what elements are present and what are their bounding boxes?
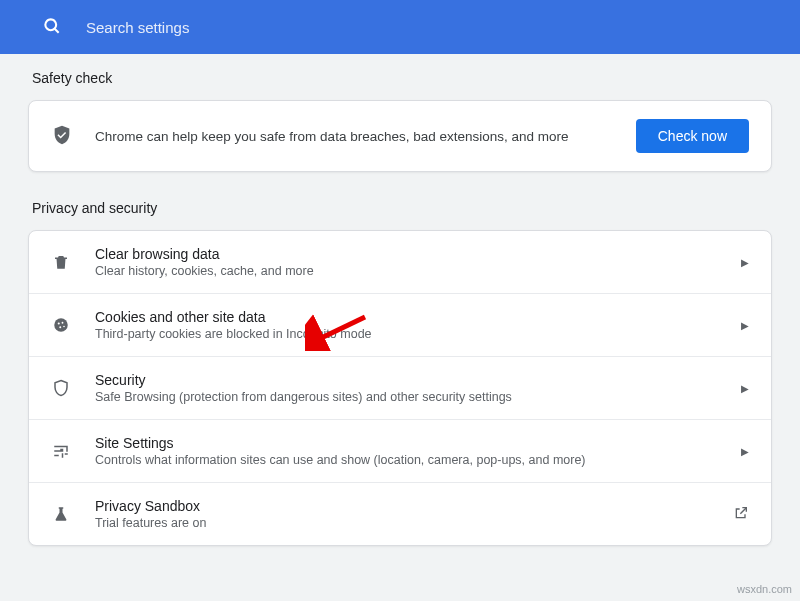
cookies-row[interactable]: Cookies and other site data Third-party … [29, 294, 771, 357]
flask-icon [51, 505, 71, 523]
open-external-icon [733, 505, 749, 523]
safety-check-card: Chrome can help keep you safe from data … [28, 100, 772, 172]
svg-point-2 [54, 318, 68, 332]
chevron-right-icon: ▶ [741, 383, 749, 394]
svg-point-5 [59, 326, 61, 328]
search-bar[interactable] [0, 0, 800, 54]
chevron-right-icon: ▶ [741, 257, 749, 268]
search-input[interactable] [86, 19, 780, 36]
svg-point-3 [58, 322, 60, 324]
safety-check-heading: Safety check [32, 70, 772, 86]
row-subtitle: Controls what information sites can use … [95, 453, 741, 467]
shield-check-icon [51, 124, 73, 149]
clear-browsing-data-row[interactable]: Clear browsing data Clear history, cooki… [29, 231, 771, 294]
svg-point-4 [62, 322, 64, 324]
svg-line-1 [55, 28, 59, 32]
tune-icon [51, 442, 71, 460]
svg-point-6 [63, 326, 65, 328]
row-title: Security [95, 372, 741, 388]
site-settings-row[interactable]: Site Settings Controls what information … [29, 420, 771, 483]
row-title: Privacy Sandbox [95, 498, 733, 514]
row-subtitle: Clear history, cookies, cache, and more [95, 264, 741, 278]
row-title: Site Settings [95, 435, 741, 451]
row-subtitle: Safe Browsing (protection from dangerous… [95, 390, 741, 404]
svg-point-0 [45, 19, 56, 30]
row-title: Cookies and other site data [95, 309, 741, 325]
safety-check-text: Chrome can help keep you safe from data … [95, 129, 636, 144]
chevron-right-icon: ▶ [741, 446, 749, 457]
check-now-button[interactable]: Check now [636, 119, 749, 153]
privacy-security-card: Clear browsing data Clear history, cooki… [28, 230, 772, 546]
shield-icon [51, 379, 71, 397]
privacy-sandbox-row[interactable]: Privacy Sandbox Trial features are on [29, 483, 771, 545]
chevron-right-icon: ▶ [741, 320, 749, 331]
security-row[interactable]: Security Safe Browsing (protection from … [29, 357, 771, 420]
row-title: Clear browsing data [95, 246, 741, 262]
watermark: wsxdn.com [737, 583, 792, 595]
trash-icon [51, 253, 71, 271]
privacy-security-heading: Privacy and security [32, 200, 772, 216]
cookie-icon [51, 316, 71, 334]
row-subtitle: Trial features are on [95, 516, 733, 530]
row-subtitle: Third-party cookies are blocked in Incog… [95, 327, 741, 341]
search-icon [42, 16, 62, 39]
